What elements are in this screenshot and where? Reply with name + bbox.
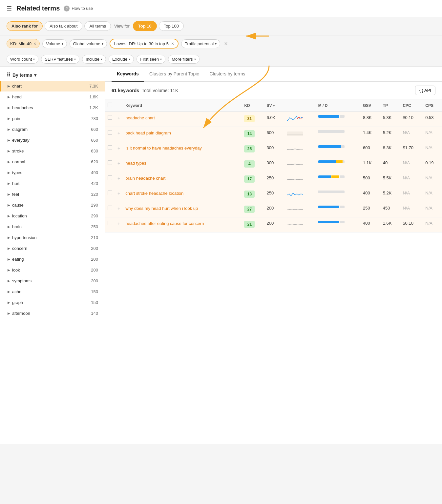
include-filter[interactable]: Include ▾ — [82, 55, 106, 64]
add-keyword-btn-0[interactable]: + — [117, 115, 120, 121]
clear-all-button[interactable]: × — [224, 40, 228, 47]
tab-bar: Also rank for Also talk about All terms … — [0, 17, 442, 35]
td-gsv-6: 250 — [360, 202, 380, 217]
sidebar-item-pain[interactable]: ▶ pain 780 — [0, 113, 105, 124]
keyword-link-0[interactable]: headache chart — [125, 115, 155, 120]
md-blue-bar — [318, 145, 341, 148]
sidebar-item-feel[interactable]: ▶ feel 320 — [0, 189, 105, 200]
sidebar-item-look[interactable]: ▶ look 200 — [0, 265, 105, 275]
row-checkbox-6[interactable] — [108, 206, 112, 210]
serp-features-label: SERP features — [45, 57, 73, 62]
keyword-link-1[interactable]: back head pain diagram — [125, 131, 171, 135]
row-checkbox-3[interactable] — [108, 160, 112, 165]
sidebar-term-headaches: headaches — [12, 105, 33, 110]
add-keyword-btn-6[interactable]: + — [117, 206, 120, 211]
row-checkbox-7[interactable] — [108, 221, 112, 225]
sidebar-item-stroke[interactable]: ▶ stroke 630 — [0, 146, 105, 156]
add-keyword-btn-4[interactable]: + — [117, 176, 120, 181]
sidebar-item-symptoms[interactable]: ▶ symptoms 200 — [0, 275, 105, 286]
tab-also-rank-for[interactable]: Also rank for — [7, 21, 43, 31]
by-terms-button[interactable]: ⠿ By terms ▾ — [7, 72, 36, 78]
sidebar-arrow-normal: ▶ — [8, 160, 10, 164]
td-gsv-5: 400 — [360, 187, 380, 202]
add-keyword-btn-1[interactable]: + — [117, 131, 120, 136]
td-cpc-7: $0.10 — [400, 217, 423, 232]
th-sv[interactable]: SV ▾ — [264, 99, 284, 112]
td-sv-4: 250 — [264, 172, 284, 187]
keyword-link-5[interactable]: chart stroke headache location — [125, 191, 183, 196]
sidebar-item-location[interactable]: ▶ location 290 — [0, 211, 105, 221]
sidebar-item-afternoon[interactable]: ▶ afternoon 140 — [0, 308, 105, 319]
sidebar-item-left-stroke: ▶ stroke — [8, 149, 24, 153]
td-keyword-1: back head pain diagram — [123, 127, 242, 142]
include-arrow: ▾ — [101, 57, 102, 61]
row-checkbox-1[interactable] — [108, 130, 112, 135]
sidebar-item-left-cause: ▶ cause — [8, 203, 24, 208]
first-seen-filter[interactable]: First seen ▾ — [137, 55, 165, 64]
add-keyword-btn-5[interactable]: + — [117, 191, 120, 196]
row-checkbox-2[interactable] — [108, 145, 112, 150]
th-checkbox — [105, 99, 115, 112]
sidebar-item-types[interactable]: ▶ types 490 — [0, 167, 105, 178]
sidebar-item-brain[interactable]: ▶ brain 250 — [0, 221, 105, 232]
keyword-link-4[interactable]: brain headache chart — [125, 176, 165, 181]
td-add-6: + — [115, 202, 123, 217]
sidebar-item-left-concern: ▶ concern — [8, 246, 27, 251]
serp-features-filter[interactable]: SERP features ▾ — [41, 55, 79, 64]
row-checkbox-4[interactable] — [108, 175, 112, 180]
sidebar-item-cause[interactable]: ▶ cause 290 — [0, 200, 105, 211]
select-all-checkbox[interactable] — [108, 103, 112, 107]
lowest-dr-filter-chip[interactable]: Lowest DR: Up to 30 in top 5 × — [110, 39, 179, 49]
td-md-3 — [316, 157, 360, 172]
sidebar-arrow-ache: ▶ — [8, 290, 10, 293]
sidebar-item-eating[interactable]: ▶ eating 200 — [0, 254, 105, 265]
keyword-link-3[interactable]: head types — [125, 161, 146, 166]
sidebar-term-ache: ache — [12, 289, 21, 294]
row-checkbox-0[interactable] — [108, 115, 112, 120]
sidebar-item-head[interactable]: ▶ head 1.8K — [0, 91, 105, 102]
kd-filter-chip[interactable]: KD: Min-40 × — [7, 39, 40, 48]
sidebar-item-graph[interactable]: ▶ graph 150 — [0, 297, 105, 308]
top-10-button[interactable]: Top 10 — [133, 21, 157, 31]
tab-all-terms[interactable]: All terms — [84, 21, 111, 31]
tab-keywords[interactable]: Keywords — [112, 67, 144, 82]
add-keyword-btn-3[interactable]: + — [117, 161, 120, 166]
td-kd-4: 17 — [242, 172, 264, 187]
td-cpc-0: $0.10 — [400, 112, 423, 127]
keyword-link-7[interactable]: headaches after eating cause for concern — [125, 221, 204, 226]
row-checkbox-5[interactable] — [108, 191, 112, 195]
word-count-filter[interactable]: Word count ▾ — [7, 55, 38, 64]
global-volume-filter-chip[interactable]: Global volume ▾ — [70, 39, 107, 48]
api-button[interactable]: { } API — [415, 86, 435, 95]
td-checkbox-1 — [105, 127, 115, 142]
sidebar-item-normal[interactable]: ▶ normal 620 — [0, 156, 105, 167]
sidebar-item-ache[interactable]: ▶ ache 150 — [0, 286, 105, 297]
volume-filter-chip[interactable]: Volume ▾ — [42, 39, 67, 48]
kd-badge-0: 31 — [244, 115, 255, 122]
top-100-button[interactable]: Top 100 — [159, 21, 184, 31]
keyword-link-2[interactable]: is it normal to have headaches everyday — [125, 146, 202, 151]
sidebar-item-hypertension[interactable]: ▶ hypertension 210 — [0, 232, 105, 243]
sidebar-item-diagram[interactable]: ▶ diagram 660 — [0, 124, 105, 135]
sidebar-item-everyday[interactable]: ▶ everyday 660 — [0, 135, 105, 146]
keyword-link-6[interactable]: why does my head hurt when i look up — [125, 206, 198, 211]
sidebar-item-headaches[interactable]: ▶ headaches 1.2K — [0, 102, 105, 113]
tab-clusters-parent[interactable]: Clusters by Parent Topic — [144, 67, 204, 82]
sidebar-term-concern: concern — [12, 246, 27, 251]
kd-filter-remove[interactable]: × — [33, 41, 36, 46]
how-to-use-link[interactable]: How to use — [72, 6, 93, 11]
help-icon[interactable]: ? — [64, 6, 70, 11]
more-filters-filter[interactable]: More filters ▾ — [168, 55, 199, 64]
md-empty-bar — [340, 175, 345, 178]
traffic-potential-filter-chip[interactable]: Traffic potential ▾ — [181, 39, 220, 48]
add-keyword-btn-2[interactable]: + — [117, 146, 120, 151]
exclude-filter[interactable]: Exclude ▾ — [109, 55, 134, 64]
lowest-dr-filter-remove[interactable]: × — [171, 41, 174, 46]
sidebar-item-concern[interactable]: ▶ concern 200 — [0, 243, 105, 254]
sidebar-item-chart[interactable]: ▶ chart 7.3K — [0, 81, 105, 91]
tab-clusters-terms[interactable]: Clusters by terms — [204, 67, 250, 82]
tab-also-talk-about[interactable]: Also talk about — [45, 21, 82, 31]
sidebar-item-hurt[interactable]: ▶ hurt 420 — [0, 178, 105, 189]
add-keyword-btn-7[interactable]: + — [117, 221, 120, 226]
hamburger-icon[interactable]: ☰ — [7, 5, 12, 12]
